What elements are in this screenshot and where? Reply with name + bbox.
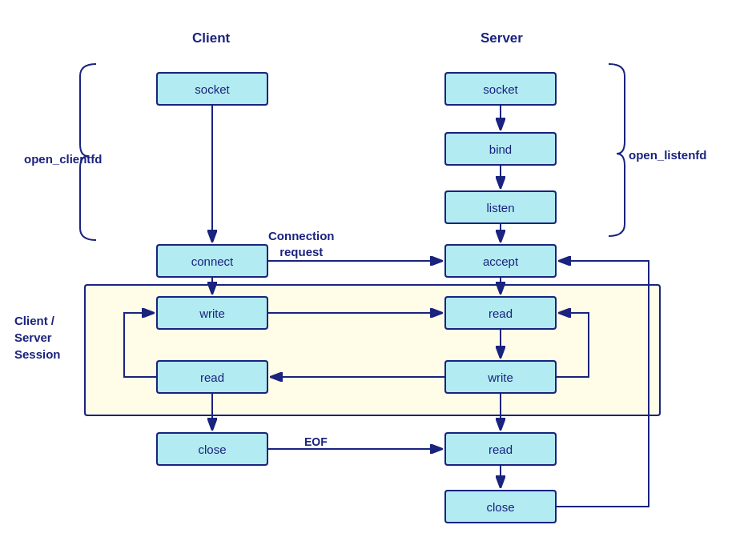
client-read-box: read (156, 360, 268, 394)
client-socket-box: socket (156, 72, 268, 106)
connection-request-label: Connection request (268, 228, 335, 259)
listen-box: listen (444, 190, 557, 224)
server-close-box: close (444, 490, 557, 523)
open-listenfd-label: open_listenfd (629, 148, 707, 162)
eof-label: EOF (304, 435, 328, 448)
bind-box: bind (444, 132, 557, 166)
arrows-svg (0, 0, 756, 541)
accept-box: accept (444, 244, 557, 278)
client-close-box: close (156, 432, 268, 466)
client-label: Client (192, 30, 230, 46)
server-write-box: write (444, 360, 557, 394)
diagram: Client Server open_clientfd open_listenf… (0, 0, 756, 541)
server-read2-box: read (444, 432, 557, 466)
server-label: Server (481, 30, 523, 46)
connect-box: connect (156, 244, 268, 278)
server-socket-box: socket (444, 72, 557, 106)
client-write-box: write (156, 296, 268, 330)
client-server-session-label: Client / Server Session (14, 312, 61, 363)
server-read-box: read (444, 296, 557, 330)
